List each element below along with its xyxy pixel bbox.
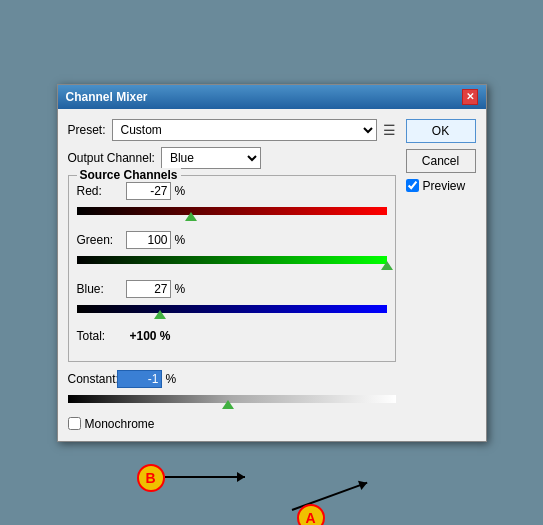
constant-section: Constant: % (68, 370, 396, 409)
cancel-button[interactable]: Cancel (406, 149, 476, 173)
blue-channel-label: Blue: (77, 282, 122, 296)
total-row: Total: +100 % (77, 329, 387, 343)
dialog-title: Channel Mixer (66, 90, 148, 104)
red-channel-header: Red: % (77, 182, 387, 200)
green-slider-track (77, 256, 387, 264)
red-value-input[interactable] (126, 182, 171, 200)
red-channel-label: Red: (77, 184, 122, 198)
monochrome-label: Monochrome (85, 417, 155, 431)
blue-channel-row: Blue: % (77, 280, 387, 319)
right-panel: OK Cancel Preview (406, 119, 476, 431)
annotation-a: A (297, 504, 325, 526)
preview-row: Preview (406, 179, 476, 193)
constant-slider-thumb[interactable] (222, 400, 234, 409)
preview-label: Preview (423, 179, 466, 193)
red-slider-container (77, 203, 387, 221)
source-channels-group: Source Channels Red: % (68, 175, 396, 362)
preview-checkbox[interactable] (406, 179, 419, 192)
blue-value-input[interactable] (126, 280, 171, 298)
source-channels-legend: Source Channels (77, 168, 181, 182)
total-value: +100 % (130, 329, 171, 343)
blue-slider-container (77, 301, 387, 319)
total-label: Total: (77, 329, 122, 343)
green-percent: % (175, 233, 186, 247)
output-channel-select[interactable]: Red Green Blue (161, 147, 261, 169)
preset-menu-icon[interactable]: ☰ (383, 122, 396, 138)
monochrome-row: Monochrome (68, 417, 396, 431)
constant-header: Constant: % (68, 370, 396, 388)
dialog-body: Preset: Custom Default Black & White wit… (58, 109, 486, 441)
red-slider-thumb[interactable] (185, 212, 197, 221)
close-button[interactable]: ✕ (462, 89, 478, 105)
red-slider-track (77, 207, 387, 215)
monochrome-checkbox[interactable] (68, 417, 81, 430)
constant-label: Constant: (68, 372, 113, 386)
green-channel-label: Green: (77, 233, 122, 247)
red-percent: % (175, 184, 186, 198)
title-bar: Channel Mixer ✕ (58, 85, 486, 109)
green-value-input[interactable] (126, 231, 171, 249)
preset-select[interactable]: Custom Default Black & White with Red Fi… (112, 119, 377, 141)
constant-value-input[interactable] (117, 370, 162, 388)
blue-slider-track (77, 305, 387, 313)
output-channel-row: Output Channel: Red Green Blue (68, 147, 396, 169)
ok-button[interactable]: OK (406, 119, 476, 143)
output-channel-label: Output Channel: (68, 151, 155, 165)
blue-slider-thumb[interactable] (154, 310, 166, 319)
preset-label: Preset: (68, 123, 106, 137)
left-panel: Preset: Custom Default Black & White wit… (68, 119, 396, 431)
preset-row: Preset: Custom Default Black & White wit… (68, 119, 396, 141)
green-channel-row: Green: % (77, 231, 387, 270)
constant-percent: % (166, 372, 177, 386)
constant-slider-container (68, 391, 396, 409)
blue-channel-header: Blue: % (77, 280, 387, 298)
red-channel-row: Red: % (77, 182, 387, 221)
blue-percent: % (175, 282, 186, 296)
arrow-b (165, 476, 245, 478)
annotation-b: B (137, 464, 165, 492)
green-slider-container (77, 252, 387, 270)
green-channel-header: Green: % (77, 231, 387, 249)
green-slider-thumb[interactable] (381, 261, 393, 270)
channel-mixer-dialog: Channel Mixer ✕ Preset: Custom Default B… (57, 84, 487, 442)
